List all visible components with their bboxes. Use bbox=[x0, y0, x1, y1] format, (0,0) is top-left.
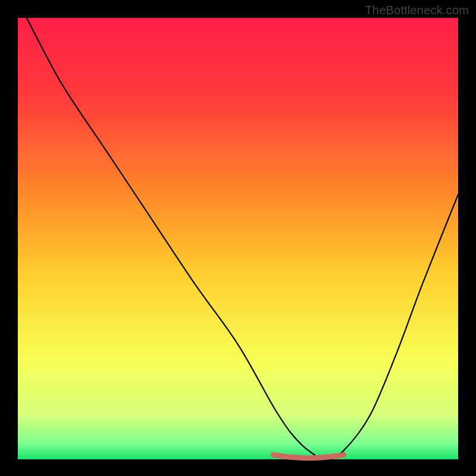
plot-rect bbox=[18, 18, 458, 459]
optimal-segment bbox=[273, 455, 343, 458]
watermark-text: TheBottleneck.com bbox=[365, 4, 469, 17]
chart-container: TheBottleneck.com bbox=[0, 0, 476, 476]
chart-svg bbox=[0, 0, 476, 476]
